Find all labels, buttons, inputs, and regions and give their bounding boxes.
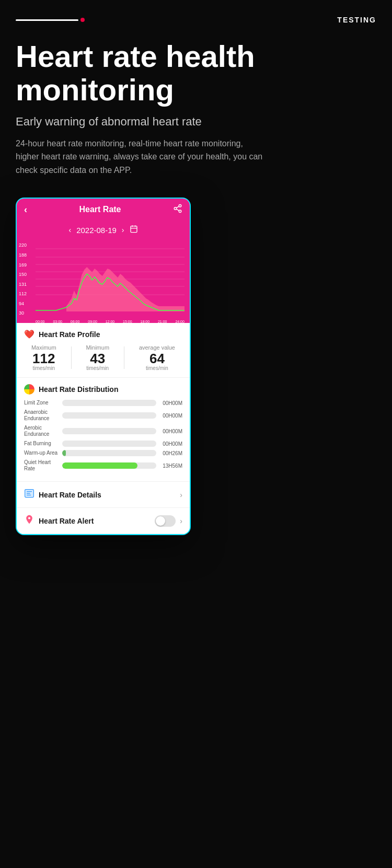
dist-bar-bg-aerobic xyxy=(62,428,156,434)
dist-label-anaerobic: Anaerobic Endurance xyxy=(24,409,58,422)
max-unit: times/min xyxy=(31,365,56,371)
top-bar: TESTING xyxy=(16,16,376,24)
dist-row-aerobic: Aerobic Endurance 00H00M xyxy=(24,425,182,437)
svg-line-4 xyxy=(176,206,179,208)
details-text: Heart Rate Details xyxy=(39,491,101,499)
dist-row-warmup: Warm-up Area 00H26M xyxy=(24,450,182,456)
progress-line xyxy=(16,19,78,21)
hero-title: Heart rate health monitoring xyxy=(16,40,287,107)
chart-svg xyxy=(36,244,185,317)
max-stat: Maximum 112 times/min xyxy=(31,344,56,371)
testing-label: TESTING xyxy=(337,16,376,24)
dist-row-anaerobic: Anaerobic Endurance 00H00M xyxy=(24,409,182,422)
dist-bar-bg-limit xyxy=(62,400,156,406)
dist-row-fat: Fat Burning 00H00M xyxy=(24,441,182,447)
avg-value: 64 xyxy=(139,352,175,365)
svg-line-3 xyxy=(176,210,179,211)
svg-marker-16 xyxy=(66,267,185,311)
stats-row: Maximum 112 times/min Minimum 43 times/m… xyxy=(24,344,182,371)
svg-point-1 xyxy=(174,207,177,210)
details-chevron: › xyxy=(180,491,182,499)
alert-toggle[interactable] xyxy=(155,515,176,527)
svg-point-0 xyxy=(179,205,181,207)
chart-legend: Amount of exercise xyxy=(36,325,185,333)
min-value: 43 xyxy=(86,352,109,365)
svg-rect-5 xyxy=(131,226,137,233)
y-label-94: 94 xyxy=(19,301,27,306)
dist-row-quiet: Quiet Heart Rate 13H56M xyxy=(24,459,182,472)
current-date: 2022-08-19 xyxy=(76,226,117,235)
details-icon xyxy=(24,488,34,501)
chart-y-axis: 220 188 169 150 131 112 94 30 xyxy=(19,242,27,316)
heart-rate-details-item[interactable]: Heart Rate Details › xyxy=(17,482,190,508)
dist-label-aerobic: Aerobic Endurance xyxy=(24,425,58,437)
alert-chevron: › xyxy=(180,517,182,525)
dist-label-warmup: Warm-up Area xyxy=(24,450,58,456)
max-label: Maximum xyxy=(31,344,56,351)
hero-subtitle: Early warning of abnormal heart rate xyxy=(16,115,277,129)
dist-bar-fill-warmup xyxy=(62,450,66,456)
date-bar: ‹ 2022-08-19 › xyxy=(17,221,190,239)
y-label-188: 188 xyxy=(19,252,27,258)
dist-time-fat: 00H00M xyxy=(160,441,182,447)
y-label-169: 169 xyxy=(19,262,27,268)
dist-time-warmup: 00H26M xyxy=(160,450,182,456)
legend-dot xyxy=(85,326,89,330)
heart-rate-icon: ❤️ xyxy=(24,329,34,339)
dist-row-limit: Limit Zone 00H00M xyxy=(24,400,182,406)
app-title: Heart Rate xyxy=(79,205,121,214)
details-right: › xyxy=(180,491,182,499)
calendar-icon[interactable] xyxy=(130,225,138,235)
divider-1 xyxy=(71,346,72,369)
dist-time-limit: 00H00M xyxy=(160,400,182,406)
dist-label-fat: Fat Burning xyxy=(24,441,58,447)
prev-date-button[interactable]: ‹ xyxy=(68,226,71,234)
dist-bar-bg-anaerobic xyxy=(62,412,156,419)
dist-time-aerobic: 00H00M xyxy=(160,429,182,434)
divider-2 xyxy=(124,346,124,369)
dist-label-quiet: Quiet Heart Rate xyxy=(24,459,58,472)
heart-rate-distribution-section: Heart Rate Distribution Limit Zone 00H00… xyxy=(17,378,190,482)
dist-bar-bg-fat xyxy=(62,441,156,447)
min-unit: times/min xyxy=(86,365,109,371)
progress-dot xyxy=(80,18,85,22)
min-stat: Minimum 43 times/min xyxy=(86,344,109,371)
alert-left: Heart Rate Alert xyxy=(24,514,94,527)
alert-text: Heart Rate Alert xyxy=(39,517,94,525)
hero-body: 24-hour heart rate monitoring, real-time… xyxy=(16,137,267,177)
svg-point-2 xyxy=(179,210,181,213)
chart-x-axis: 00:00 03:00 06:00 09:00 12:00 15:00 18:0… xyxy=(36,319,185,325)
y-label-30: 30 xyxy=(19,310,27,316)
dist-bar-bg-quiet xyxy=(62,462,156,469)
dist-bar-fill-quiet xyxy=(62,462,137,469)
dist-label-limit: Limit Zone xyxy=(24,400,58,406)
avg-stat: average value 64 times/min xyxy=(139,344,175,371)
legend-text: Amount of exercise xyxy=(91,325,136,330)
min-label: Minimum xyxy=(86,344,109,351)
back-button[interactable]: ‹ xyxy=(24,204,27,215)
dist-time-anaerobic: 00H00M xyxy=(160,413,182,419)
share-button[interactable] xyxy=(173,204,182,215)
alert-icon xyxy=(24,514,34,527)
avg-label: average value xyxy=(139,344,175,351)
details-left: Heart Rate Details xyxy=(24,488,101,501)
y-label-112: 112 xyxy=(19,291,27,296)
distribution-title-row: Heart Rate Distribution xyxy=(24,384,182,395)
max-value: 112 xyxy=(31,352,56,365)
heart-rate-chart: 220 188 169 150 131 112 94 30 xyxy=(17,239,190,323)
dist-bar-bg-warmup xyxy=(62,450,156,456)
progress-bar xyxy=(16,18,85,22)
next-date-button[interactable]: › xyxy=(122,226,124,234)
distribution-icon xyxy=(24,384,34,395)
svg-point-22 xyxy=(28,517,30,519)
y-label-131: 131 xyxy=(19,282,27,287)
toggle-knob xyxy=(156,516,165,526)
distribution-title: Heart Rate Distribution xyxy=(39,385,118,394)
y-label-220: 220 xyxy=(19,242,27,248)
y-label-150: 150 xyxy=(19,272,27,277)
heart-rate-alert-item[interactable]: Heart Rate Alert › xyxy=(17,508,190,534)
alert-right: › xyxy=(155,515,182,527)
dist-time-quiet: 13H56M xyxy=(160,463,182,469)
avg-unit: times/min xyxy=(139,365,175,371)
phone-app: ‹ Heart Rate ‹ 2022-08-19 › xyxy=(16,198,191,535)
